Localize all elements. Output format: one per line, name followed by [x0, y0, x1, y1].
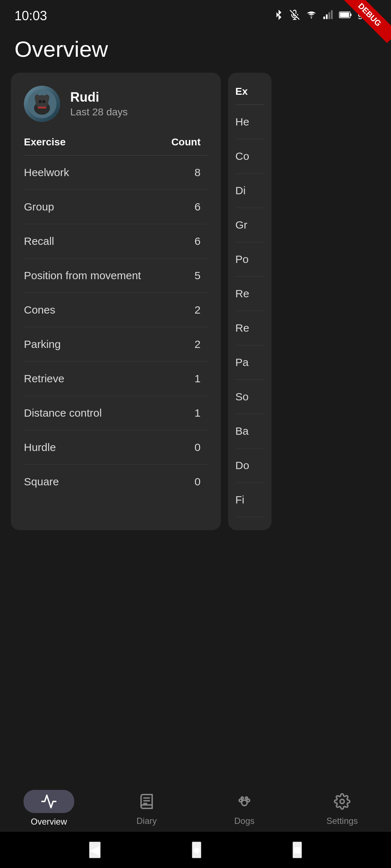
partial-row: Fi — [235, 483, 264, 517]
system-nav-bar: ◀ ● ■ — [0, 832, 391, 868]
nav-label-dogs: Dogs — [234, 816, 255, 826]
svg-point-26 — [245, 797, 248, 799]
exercise-name: Hurdle — [24, 441, 56, 454]
exercise-count: 5 — [194, 269, 201, 282]
partial-row: Po — [235, 242, 264, 277]
avatar — [24, 86, 60, 122]
debug-label: DEBUG — [344, 0, 391, 43]
svg-point-16 — [39, 100, 42, 103]
col-header-count: Count — [171, 136, 201, 148]
diary-icon-wrapper — [129, 791, 165, 812]
status-bar: 10:03 — [0, 0, 391, 29]
exercise-name: Parking — [24, 338, 61, 350]
cards-container: Rudi Last 28 days Exercise Count Heelwor… — [0, 73, 391, 530]
partial-rows-container: HeCoDiGrPoReRePaSoBaDoFi — [235, 105, 264, 517]
partial-row: Re — [235, 277, 264, 311]
exercise-name: Cones — [24, 304, 55, 316]
svg-rect-6 — [328, 12, 330, 19]
table-row: Distance control1 — [24, 396, 208, 430]
svg-point-17 — [42, 100, 45, 103]
svg-point-25 — [241, 797, 243, 799]
partial-row: Do — [235, 448, 264, 483]
exercise-count: 2 — [194, 304, 201, 316]
nav-item-overview[interactable]: Overview — [0, 790, 98, 827]
partial-col-header: Ex — [235, 86, 264, 105]
nav-item-dogs[interactable]: Dogs — [196, 791, 293, 826]
exercise-count: 6 — [194, 235, 201, 247]
diary-icon — [138, 793, 155, 810]
mute-icon — [290, 10, 300, 22]
exercise-name: Distance control — [24, 407, 102, 419]
partial-row: Pa — [235, 345, 264, 380]
exercise-count: 6 — [194, 201, 201, 213]
nav-item-settings[interactable]: Settings — [293, 791, 391, 826]
svg-rect-4 — [323, 16, 325, 19]
dog-period: Last 28 days — [70, 106, 128, 118]
svg-point-27 — [340, 799, 344, 804]
exercise-table: Exercise Count Heelwork8Group6Recall6Pos… — [24, 136, 208, 499]
exercise-count: 2 — [194, 338, 201, 350]
table-row: Heelwork8 — [24, 156, 208, 190]
nav-label-diary: Diary — [136, 816, 157, 826]
svg-rect-7 — [331, 10, 333, 19]
exercise-name: Recall — [24, 235, 54, 247]
table-row: Square0 — [24, 465, 208, 499]
nav-label-settings: Settings — [327, 816, 358, 826]
partial-row: So — [235, 380, 264, 414]
settings-icon — [334, 793, 350, 810]
exercise-count: 0 — [194, 441, 201, 454]
partial-row: Co — [235, 139, 264, 174]
page-title: Overview — [0, 29, 391, 73]
svg-rect-18 — [38, 107, 46, 109]
exercise-count: 1 — [194, 407, 201, 419]
exercise-name: Square — [24, 476, 59, 488]
status-time: 10:03 — [14, 8, 47, 24]
exercise-rows-container: Heelwork8Group6Recall6Position from move… — [24, 156, 208, 499]
svg-rect-5 — [326, 14, 328, 19]
table-row: Recall6 — [24, 224, 208, 259]
settings-icon-wrapper — [324, 791, 360, 812]
partial-row: Di — [235, 174, 264, 208]
partial-row: He — [235, 105, 264, 139]
nav-item-diary[interactable]: Diary — [98, 791, 196, 826]
table-row: Hurdle0 — [24, 430, 208, 465]
second-card-partial: Ex HeCoDiGrPoReRePaSoBaDoFi — [228, 73, 272, 530]
exercise-count: 8 — [194, 166, 201, 179]
bluetooth-icon — [274, 10, 284, 22]
exercise-count: 1 — [194, 373, 201, 385]
recent-button[interactable]: ■ — [293, 842, 302, 858]
col-header-exercise: Exercise — [24, 136, 66, 148]
dogs-icon — [236, 793, 253, 810]
wifi-icon — [306, 10, 317, 22]
back-button[interactable]: ◀ — [89, 842, 101, 858]
dog-name: Rudi — [70, 90, 128, 105]
exercise-name: Group — [24, 201, 54, 213]
bottom-nav: Overview Diary Dogs — [0, 781, 391, 832]
table-row: Position from movement5 — [24, 259, 208, 293]
table-row: Retrieve1 — [24, 362, 208, 396]
nav-label-overview: Overview — [31, 817, 67, 827]
exercise-count: 0 — [194, 476, 201, 488]
rudi-card: Rudi Last 28 days Exercise Count Heelwor… — [11, 73, 221, 530]
partial-row: Ba — [235, 414, 264, 448]
exercise-name: Position from movement — [24, 269, 141, 282]
partial-row: Re — [235, 311, 264, 345]
table-row: Group6 — [24, 190, 208, 224]
dogs-icon-wrapper — [226, 791, 262, 812]
exercise-name: Retrieve — [24, 373, 64, 385]
table-row: Cones2 — [24, 293, 208, 327]
debug-banner-wrapper: DEBUG — [344, 0, 391, 47]
partial-row: Gr — [235, 208, 264, 242]
avatar-image — [24, 86, 60, 122]
overview-icon — [41, 793, 57, 810]
dog-profile: Rudi Last 28 days — [24, 86, 208, 122]
signal-icon — [323, 10, 333, 22]
overview-icon-wrapper — [24, 790, 74, 813]
table-row: Parking2 — [24, 327, 208, 362]
svg-point-3 — [311, 17, 312, 18]
home-button[interactable]: ● — [192, 842, 201, 858]
exercise-name: Heelwork — [24, 166, 69, 179]
dog-info: Rudi Last 28 days — [70, 90, 128, 118]
table-header: Exercise Count — [24, 136, 208, 156]
